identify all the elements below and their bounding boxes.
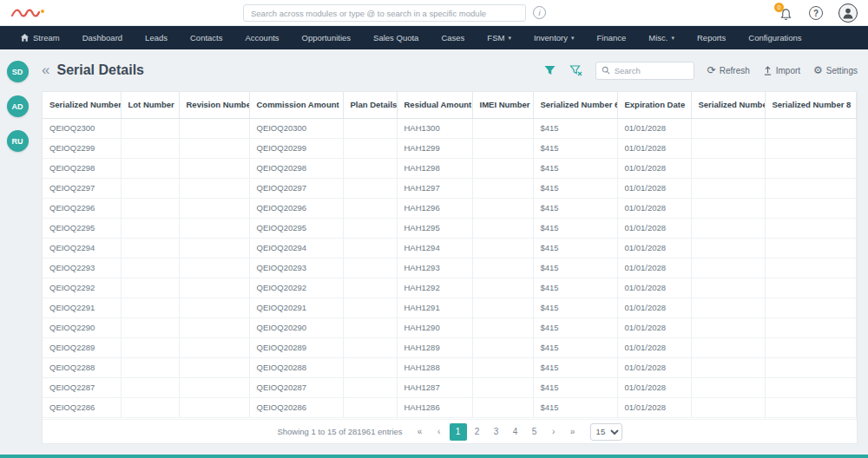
cell: $415 [533,278,617,298]
pagination-page-3[interactable]: 3 [488,423,505,441]
cell [765,397,857,417]
search-info-icon[interactable]: i [533,6,546,19]
filter-icon[interactable] [543,64,556,77]
column-header-plan-details[interactable]: Plan Details [343,92,397,118]
nav-item-sales-quota[interactable]: Sales Quota [362,26,430,49]
cell [121,357,179,377]
nav-item-accounts[interactable]: Accounts [234,26,291,49]
table-row[interactable]: QEIOQ2286QEIOQ20286HAH1286$41501/01/2028 [43,397,857,417]
nav-item-misc[interactable]: Misc.▾ [637,26,686,49]
nav-item-opportunities[interactable]: Opportunities [291,26,363,49]
help-icon[interactable]: ? [809,6,823,20]
nav-item-inventory[interactable]: Inventory▾ [523,26,586,49]
column-header-imei-number[interactable]: IMEI Number [472,92,533,118]
notifications-bell-icon[interactable]: 0 [779,5,793,21]
page-title: Serial Details [56,62,144,78]
cell: 01/01/2028 [617,397,691,417]
person-icon [841,6,855,20]
refresh-label: Refresh [720,66,750,75]
cell: $415 [533,178,617,198]
back-button[interactable]: « [42,62,49,79]
refresh-button[interactable]: ⟳ Refresh [707,64,750,76]
pagination-page-2[interactable]: 2 [469,423,486,441]
cell: QEIOQ2294 [43,238,121,258]
pagination-first[interactable]: « [411,423,429,441]
table-row[interactable]: QEIOQ2300QEIOQ20300HAH1300$41501/01/2028 [43,118,857,138]
cell: HAH1293 [397,258,472,278]
table-row[interactable]: QEIOQ2295QEIOQ20295HAH1295$41501/01/2028 [43,218,857,238]
sidebar-avatar-ad[interactable]: AD [7,95,29,117]
table-row[interactable]: QEIOQ2288QEIOQ20288HAH1288$41501/01/2028 [43,357,857,377]
nav-item-label: Dashboard [82,33,122,43]
table-row[interactable]: QEIOQ2290QEIOQ20290HAH1290$41501/01/2028 [43,317,857,337]
column-header-serialized-number[interactable]: Serialized Number [43,92,121,118]
column-header-commission-amount[interactable]: Commission Amount [249,92,343,118]
cell [343,198,397,218]
pagination-last[interactable]: » [564,423,582,441]
cell: $415 [533,377,617,397]
table-row[interactable]: QEIOQ2298QEIOQ20298HAH1298$41501/01/2028 [43,158,857,178]
column-header-residual-amount[interactable]: Residual Amount [397,92,472,118]
cell: $415 [533,337,617,357]
column-header-lot-number[interactable]: Lot Number [121,92,179,118]
app-logo[interactable] [10,6,50,20]
cell: 01/01/2028 [617,298,691,317]
clear-filter-icon[interactable] [569,64,582,77]
settings-button[interactable]: ⚙ Settings [813,64,858,76]
app-logo-mark [10,7,47,19]
table-row[interactable]: QEIOQ2289QEIOQ20289HAH1289$41501/01/2028 [43,337,857,357]
list-search-input[interactable] [615,66,688,75]
table-row[interactable]: QEIOQ2299QEIOQ20299HAH1299$41501/01/2028 [43,138,857,158]
cell [179,317,249,337]
cell [343,298,397,317]
nav-item-finance[interactable]: Finance [586,26,638,49]
column-header-serialized-number-6[interactable]: Serialized Number 6 [533,92,617,118]
table-row[interactable]: QEIOQ2287QEIOQ20287HAH1287$41501/01/2028 [43,377,857,397]
sidebar-avatar-ru[interactable]: RU [7,130,29,152]
cell: QEIOQ20296 [249,198,343,218]
column-header-revision-number[interactable]: Revision Number [179,92,249,118]
column-header-expiration-date[interactable]: Expiration Date [617,92,691,118]
cell [765,138,857,158]
import-button[interactable]: Import [763,66,800,75]
sidebar-avatar-sd[interactable]: SD [7,61,29,82]
nav-item-dashboard[interactable]: Dashboard [71,26,134,49]
table-row[interactable]: QEIOQ2293QEIOQ20293HAH1293$41501/01/2028 [43,258,857,278]
cell [343,118,397,138]
cell [765,278,857,298]
nav-item-contacts[interactable]: Contacts [179,26,234,49]
pagination-page-5[interactable]: 5 [526,423,543,441]
global-search-input[interactable] [243,4,526,22]
nav-item-fsm[interactable]: FSM▾ [476,26,523,49]
table-row[interactable]: QEIOQ2294QEIOQ20294HAH1294$41501/01/2028 [43,238,857,258]
cell: QEIOQ20287 [249,377,343,397]
user-avatar[interactable] [838,3,858,23]
cell [121,138,179,158]
cell: $415 [533,138,617,158]
column-header-serialized-number-7[interactable]: Serialized Number 7 [691,92,765,118]
nav-item-label: Accounts [246,33,279,43]
cell [121,178,179,198]
nav-item-cases[interactable]: Cases [430,26,476,49]
settings-label: Settings [826,66,858,75]
cell [472,357,533,377]
page-size-select[interactable]: 15 [590,423,622,441]
cell [179,258,249,278]
cell [472,158,533,178]
nav-item-leads[interactable]: Leads [134,26,179,49]
column-header-serialized-number-8[interactable]: Serialized Number 8 [765,92,857,118]
chevron-down-icon: ▾ [571,35,575,42]
table-row[interactable]: QEIOQ2296QEIOQ20296HAH1296$41501/01/2028 [43,198,857,218]
nav-item-configurations[interactable]: Configurations [737,26,812,49]
nav-item-reports[interactable]: Reports [686,26,737,49]
table-row[interactable]: QEIOQ2291QEIOQ20291HAH1291$41501/01/2028 [43,298,857,317]
pagination-prev[interactable]: ‹ [431,423,448,441]
pagination-page-1[interactable]: 1 [450,423,467,441]
pagination-next[interactable]: › [545,423,562,441]
pagination-page-4[interactable]: 4 [507,423,524,441]
table-row[interactable]: QEIOQ2297QEIOQ20297HAH1297$41501/01/2028 [43,178,857,198]
cell [179,118,249,138]
nav-item-stream[interactable]: Stream [9,26,71,49]
cell [121,298,179,317]
table-row[interactable]: QEIOQ2292QEIOQ20292HAH1292$41501/01/2028 [43,278,857,298]
